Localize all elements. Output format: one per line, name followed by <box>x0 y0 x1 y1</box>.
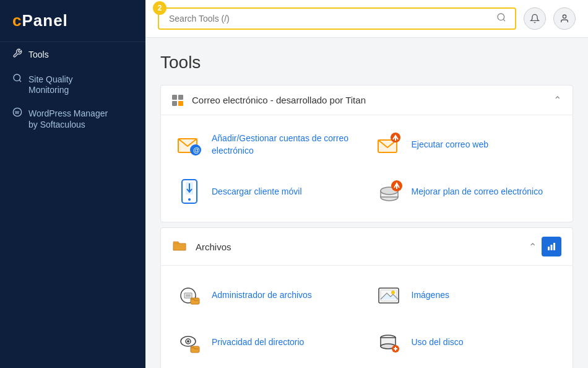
tool-mobile-client[interactable]: Descargar cliente móvil <box>167 169 367 216</box>
svg-line-5 <box>503 19 505 21</box>
tool-add-email[interactable]: @ Añadir/Gestionar cuentas de correo ele… <box>167 121 367 169</box>
sidebar-item-wordpress[interactable]: W WordPress Manager by Softaculous <box>0 101 145 136</box>
svg-point-34 <box>187 340 189 343</box>
email-section: Correo electrónico - desarrollado por Ti… <box>160 85 573 222</box>
sidebar-item-tools[interactable]: Tools <box>0 42 145 67</box>
images-icon <box>376 282 403 309</box>
page-title: Tools <box>160 53 573 72</box>
svg-point-0 <box>14 74 20 81</box>
svg-rect-24 <box>553 243 555 250</box>
files-section-title: Archivos <box>196 242 231 252</box>
sidebar-item-wp-sublabel: by Softaculous <box>12 120 133 129</box>
svg-point-6 <box>563 15 566 18</box>
images-label: Imágenes <box>412 289 449 302</box>
main-content: 2 Tools <box>145 0 588 368</box>
email-section-header[interactable]: Correo electrónico - desarrollado por Ti… <box>161 85 573 115</box>
files-section-header-left: Archivos <box>172 239 231 255</box>
search-wrapper: 2 <box>158 7 516 30</box>
disk-usage-label: Uso del disco <box>412 336 464 349</box>
svg-point-4 <box>498 14 504 20</box>
files-section: Archivos ⌃ <box>160 227 573 368</box>
svg-point-31 <box>391 291 395 294</box>
upgrade-email-label: Mejorar plan de correo electrónico <box>412 186 543 198</box>
email-section-title: Correo electrónico - desarrollado por Ti… <box>192 95 366 105</box>
file-manager-label: Administrador de archivos <box>212 289 312 302</box>
svg-line-1 <box>19 80 21 82</box>
tool-file-manager[interactable]: Administrador de archivos <box>167 272 367 319</box>
upgrade-email-icon <box>376 178 403 206</box>
add-email-icon: @ <box>176 131 203 159</box>
email-section-header-left: Correo electrónico - desarrollado por Ti… <box>172 95 366 106</box>
tool-webmail[interactable]: Ejecutar correo web <box>367 121 567 169</box>
dir-privacy-label: Privacidad del directorio <box>212 336 304 349</box>
email-tools-grid: @ Añadir/Gestionar cuentas de correo ele… <box>161 115 573 222</box>
svg-rect-23 <box>551 245 553 250</box>
sidebar-item-tools-label: Tools <box>28 50 49 59</box>
webmail-icon <box>376 131 403 159</box>
tool-dir-privacy[interactable]: Privacidad del directorio <box>167 319 367 366</box>
tool-images[interactable]: Imágenes <box>367 272 567 319</box>
files-section-chevron: ⌃ <box>529 241 537 253</box>
tools-icon <box>12 48 22 61</box>
files-tools-grid: Administrador de archivos <box>161 266 573 368</box>
mobile-client-label: Descargar cliente móvil <box>212 186 302 198</box>
svg-point-16 <box>188 198 191 201</box>
sidebar: cPanel Tools Site Quality Monitori <box>0 0 145 368</box>
email-section-icon <box>172 95 183 106</box>
files-chart-button[interactable] <box>542 237 561 256</box>
svg-rect-22 <box>548 247 550 250</box>
sidebar-item-site-quality-label: Site Quality <box>28 74 73 84</box>
svg-text:@: @ <box>193 146 200 154</box>
webmail-label: Ejecutar correo web <box>412 139 489 151</box>
sidebar-item-site-quality-sublabel: Monitoring <box>12 85 133 95</box>
user-avatar-button[interactable] <box>553 7 576 30</box>
files-section-header[interactable]: Archivos ⌃ <box>161 228 573 266</box>
logo: cPanel <box>12 11 133 30</box>
tool-upgrade-email[interactable]: Mejorar plan de correo electrónico <box>367 169 567 216</box>
add-email-label: Añadir/Gestionar cuentas de correo elect… <box>212 133 358 157</box>
file-manager-icon <box>176 282 203 309</box>
header: 2 <box>145 0 588 38</box>
site-quality-icon <box>12 73 22 85</box>
notifications-button[interactable] <box>524 7 546 30</box>
files-folder-icon <box>172 239 187 255</box>
disk-usage-icon <box>376 329 403 356</box>
search-button[interactable] <box>494 10 509 27</box>
content-area: Tools Correo electrónico - desarrollado … <box>145 38 588 368</box>
sidebar-item-site-quality[interactable]: Site Quality Monitoring <box>0 67 145 101</box>
logo-area: cPanel <box>0 0 145 42</box>
email-section-chevron: ⌃ <box>553 94 561 106</box>
search-badge: 2 <box>153 1 166 15</box>
mobile-client-icon <box>176 178 203 206</box>
sidebar-item-wp-label: WordPress Manager <box>28 108 108 118</box>
svg-text:W: W <box>15 110 19 115</box>
wordpress-icon: W <box>12 107 22 120</box>
tool-disk-usage[interactable]: Uso del disco <box>367 319 567 366</box>
dir-privacy-icon <box>176 329 203 356</box>
search-input[interactable] <box>165 9 494 28</box>
